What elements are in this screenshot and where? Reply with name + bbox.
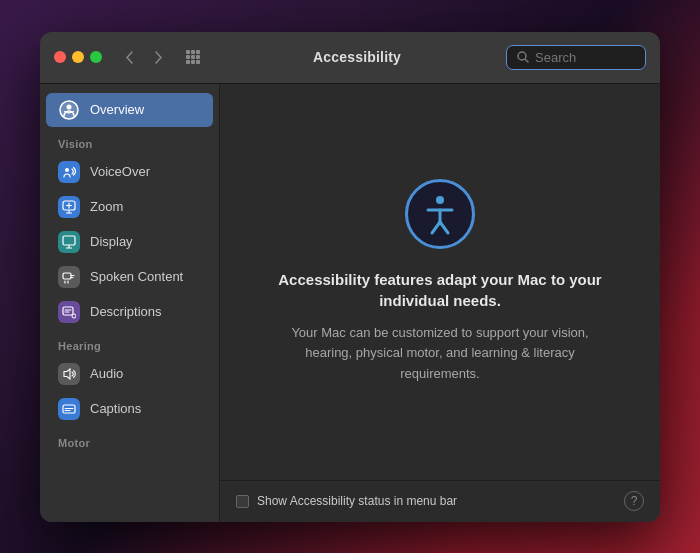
checkbox-control[interactable] [236,495,249,508]
hearing-section-label: Hearing [40,330,219,356]
window-title: Accessibility [216,49,498,65]
titlebar: Accessibility [40,32,660,84]
help-button[interactable]: ? [624,491,644,511]
svg-line-10 [526,60,529,63]
captions-icon [58,398,80,420]
sidebar-item-label: Spoken Content [90,269,183,284]
svg-rect-1 [191,50,195,54]
spoken-content-icon [58,266,80,288]
sidebar-item-label: Zoom [90,199,123,214]
sidebar-item-label: Descriptions [90,304,162,319]
svg-rect-2 [196,50,200,54]
forward-button[interactable] [148,46,170,68]
sidebar-item-label: Display [90,234,133,249]
svg-rect-4 [191,55,195,59]
audio-icon [58,363,80,385]
search-input[interactable] [535,50,635,65]
svg-rect-0 [186,50,190,54]
svg-line-39 [432,222,440,233]
sidebar-item-zoom[interactable]: Zoom [46,190,213,224]
sidebar-item-descriptions[interactable]: Descriptions [46,295,213,329]
sidebar-item-label: Overview [90,102,144,117]
show-accessibility-checkbox[interactable]: Show Accessibility status in menu bar [236,494,457,508]
svg-rect-28 [63,307,73,315]
search-field-container[interactable] [506,45,646,70]
svg-rect-22 [63,236,75,245]
motor-section-label: Motor [40,427,219,453]
sidebar: Overview Vision VoiceOver [40,84,220,522]
sidebar-item-captions[interactable]: Captions [46,392,213,426]
vision-section-label: Vision [40,128,219,154]
voiceover-icon [58,161,80,183]
search-icon [517,51,529,63]
accessibility-icon-large [405,179,475,249]
sidebar-item-label: VoiceOver [90,164,150,179]
sidebar-item-label: Audio [90,366,123,381]
sidebar-item-spoken-content[interactable]: Spoken Content [46,260,213,294]
svg-rect-7 [191,60,195,64]
zoom-icon [58,196,80,218]
svg-rect-8 [196,60,200,64]
svg-point-13 [67,104,72,109]
footer: Show Accessibility status in menu bar ? [220,480,660,522]
main-content: Accessibility features adapt your Mac to… [220,84,660,522]
main-window: Accessibility [40,32,660,522]
svg-point-9 [518,52,526,60]
svg-rect-3 [186,55,190,59]
svg-marker-32 [64,369,70,379]
sidebar-item-label: Captions [90,401,141,416]
window-body: Overview Vision VoiceOver [40,84,660,522]
svg-rect-5 [196,55,200,59]
display-icon [58,231,80,253]
close-button[interactable] [54,51,66,63]
checkbox-label: Show Accessibility status in menu bar [257,494,457,508]
svg-rect-25 [63,273,71,279]
content-description: Your Mac can be customized to support yo… [290,323,590,383]
svg-rect-6 [186,60,190,64]
sidebar-item-voiceover[interactable]: VoiceOver [46,155,213,189]
sidebar-item-display[interactable]: Display [46,225,213,259]
person-in-circle-icon [418,192,462,236]
footer-left: Show Accessibility status in menu bar [236,494,457,508]
back-button[interactable] [118,46,140,68]
sidebar-item-overview[interactable]: Overview [46,93,213,127]
svg-point-31 [72,314,76,318]
svg-line-40 [440,222,448,233]
svg-point-36 [436,196,444,204]
sidebar-item-audio[interactable]: Audio [46,357,213,391]
content-title: Accessibility features adapt your Mac to… [270,269,610,311]
descriptions-icon [58,301,80,323]
minimize-button[interactable] [72,51,84,63]
traffic-lights [54,51,102,63]
maximize-button[interactable] [90,51,102,63]
content-area: Accessibility features adapt your Mac to… [220,84,660,480]
svg-point-16 [65,168,69,172]
overview-icon [58,99,80,121]
grid-icon[interactable] [182,46,204,68]
